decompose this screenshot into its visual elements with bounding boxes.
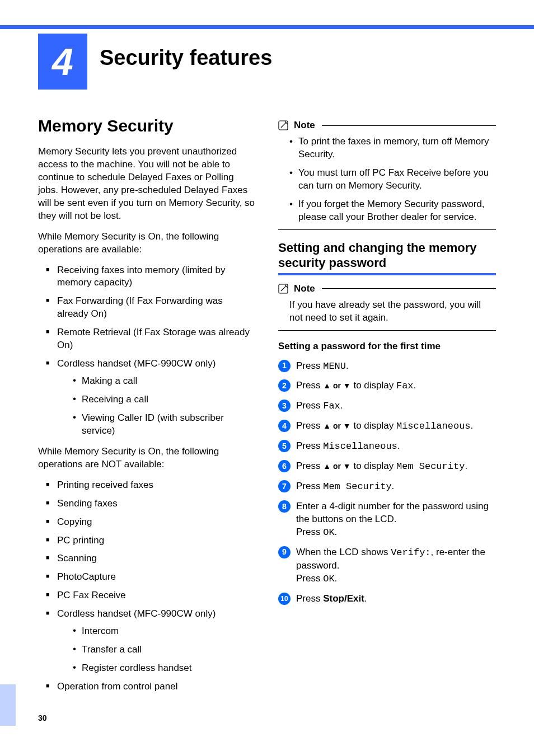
step-number-icon: 4 (278, 420, 291, 432)
list-item-label: Cordless handset (MFC-990CW only) (57, 358, 216, 369)
side-tab (0, 684, 16, 726)
step: 5 Press Miscellaneous. (278, 440, 496, 453)
list-item: Making a call (73, 375, 256, 388)
list-item: Copying (46, 516, 256, 529)
list-item: Printing received faxes (46, 479, 256, 492)
heading-underline (278, 273, 496, 275)
list-item: Transfer a call (73, 644, 256, 656)
note-icon (278, 284, 291, 294)
step-number-icon: 1 (278, 360, 291, 372)
chapter-number: 4 (38, 34, 87, 90)
note-text: If you have already set the password, yo… (278, 298, 496, 330)
list-item: Operation from control panel (46, 680, 256, 693)
list-item: PhotoCapture (46, 571, 256, 584)
list-item: Register cordless handset (73, 662, 256, 675)
list-item: Receiving faxes into memory (limited by … (46, 264, 256, 290)
step-number-icon: 6 (278, 460, 291, 472)
step-number-icon: 7 (278, 480, 291, 492)
subsection-heading: Setting and changing the memory security… (278, 240, 496, 271)
note-label: Note (294, 283, 315, 294)
step-number-icon: 9 (278, 546, 291, 558)
step-number-icon: 3 (278, 400, 291, 412)
page-number: 30 (38, 713, 47, 722)
steps-list: 1 Press MENU. 2 Press ▲ or ▼ to display … (278, 360, 496, 605)
step: 3 Press Fax. (278, 400, 496, 413)
chapter-header: 4 Security features (38, 35, 496, 90)
list-item: Intercom (73, 625, 256, 638)
paragraph: While Memory Security is On, the followi… (38, 231, 256, 256)
list-item: Cordless handset (MFC-990CW only) Making… (46, 358, 256, 438)
list-item: PC Fax Receive (46, 589, 256, 602)
not-available-list: Printing received faxes Sending faxes Co… (46, 479, 256, 693)
procedure-heading: Setting a password for the first time (278, 341, 496, 352)
list-item: PC printing (46, 534, 256, 547)
section-heading: Memory Security (38, 116, 256, 135)
paragraph: While Memory Security is On, the followi… (38, 445, 256, 471)
list-item-label: Cordless handset (MFC-990CW only) (57, 608, 216, 619)
note-item: •If you forget the Memory Security passw… (289, 198, 496, 224)
note-icon (278, 120, 291, 130)
note-box: Note •To print the faxes in memory, turn… (278, 120, 496, 230)
list-item: Cordless handset (MFC-990CW only) Interc… (46, 608, 256, 675)
step: 10 Press Stop/Exit. (278, 593, 496, 605)
step: 8 Enter a 4-digit number for the passwor… (278, 500, 496, 539)
step: 6 Press ▲ or ▼ to display Mem Security. (278, 460, 496, 473)
list-item: Fax Forwarding (If Fax Forwarding was al… (46, 295, 256, 321)
list-item: Scanning (46, 552, 256, 565)
note-label: Note (294, 120, 315, 131)
step-number-icon: 5 (278, 440, 291, 452)
step: 1 Press MENU. (278, 360, 496, 373)
available-list: Receiving faxes into memory (limited by … (46, 264, 256, 438)
list-item: Remote Retrieval (If Fax Storage was alr… (46, 326, 256, 352)
paragraph: Memory Security lets you prevent unautho… (38, 145, 256, 223)
note-box: Note If you have already set the passwor… (278, 283, 496, 331)
note-item: •You must turn off PC Fax Receive before… (289, 167, 496, 192)
step: 9 When the LCD shows Verify:, re-enter t… (278, 546, 496, 586)
step: 2 Press ▲ or ▼ to display Fax. (278, 379, 496, 393)
list-item: Receiving a call (73, 393, 256, 406)
note-item: •To print the faxes in memory, turn off … (289, 135, 496, 161)
step: 4 Press ▲ or ▼ to display Miscellaneous. (278, 420, 496, 433)
list-item: Sending faxes (46, 497, 256, 510)
step-number-icon: 10 (278, 593, 291, 605)
chapter-title: Security features (87, 35, 272, 90)
list-item: Viewing Caller ID (with subscriber servi… (73, 412, 256, 438)
step-number-icon: 2 (278, 379, 291, 392)
left-column: Memory Security Memory Security lets you… (38, 116, 256, 701)
step-number-icon: 8 (278, 500, 291, 513)
step: 7 Press Mem Security. (278, 480, 496, 494)
right-column: Note •To print the faxes in memory, turn… (278, 116, 496, 701)
